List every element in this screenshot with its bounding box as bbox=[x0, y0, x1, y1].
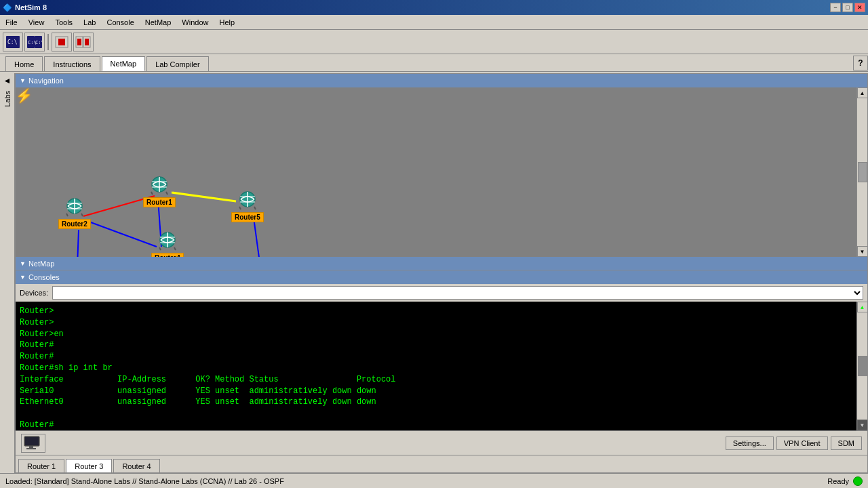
settings-button[interactable]: Settings... bbox=[726, 436, 774, 450]
svg-line-32 bbox=[66, 214, 68, 216]
terminal-scrollbar[interactable]: ▲ ▼ bbox=[856, 302, 867, 430]
vpn-client-button[interactable]: VPN Client bbox=[776, 436, 828, 450]
svg-line-39 bbox=[174, 247, 176, 250]
bottom-tab-router4[interactable]: Router 4 bbox=[113, 459, 159, 472]
tab-home[interactable]: Home bbox=[5, 56, 43, 71]
tab-lab-compiler[interactable]: Lab Compiler bbox=[146, 56, 208, 71]
terminal-scroll-thumb[interactable] bbox=[858, 356, 867, 376]
tab-netmap[interactable]: NetMap bbox=[102, 56, 146, 71]
term-line-3: Router# bbox=[20, 340, 863, 351]
router5-node[interactable]: Router5 bbox=[231, 190, 264, 222]
svg-line-15 bbox=[172, 192, 236, 201]
titlebar: 🔷 NetSim 8 − □ ✕ bbox=[0, 0, 868, 15]
router1-label: Router1 bbox=[143, 197, 176, 207]
menu-help[interactable]: Help bbox=[214, 17, 240, 28]
main-content: ▼ Navigation bbox=[15, 73, 868, 473]
term-line-7: Serial0 unassigned YES unset administrat… bbox=[20, 386, 863, 397]
menu-window[interactable]: Window bbox=[176, 17, 214, 28]
router4-icon bbox=[154, 231, 181, 251]
term-line-1: Router> bbox=[20, 317, 863, 329]
left-panel: ◄ Labs bbox=[0, 73, 15, 473]
status-message: Loaded: [Standard] Stand-Alone Labs // S… bbox=[5, 477, 284, 485]
navigation-title: Navigation bbox=[28, 77, 64, 85]
menu-lab[interactable]: Lab bbox=[78, 17, 101, 28]
titlebar-left: 🔷 NetSim 8 bbox=[3, 3, 47, 12]
nav-scrollbar[interactable]: ▲ ▼ bbox=[856, 87, 867, 257]
main-tabs: Home Instructions NetMap Lab Compiler bbox=[0, 54, 868, 72]
router4-node[interactable]: Router4 bbox=[151, 231, 184, 257]
term-line-6: Interface IP-Address OK? Method Status P… bbox=[20, 374, 863, 386]
consoles-collapse-icon[interactable]: ▼ bbox=[20, 274, 26, 281]
svg-line-26 bbox=[151, 192, 153, 195]
cmd-prompt-button[interactable]: C:\ _ bbox=[3, 33, 23, 52]
svg-text:C:\: C:\ bbox=[35, 40, 42, 45]
navigation-header: ▼ Navigation bbox=[16, 74, 867, 87]
terminal-scroll-down[interactable]: ▼ bbox=[857, 420, 868, 430]
toolbar-separator bbox=[47, 34, 49, 50]
router2-node[interactable]: Router2 bbox=[58, 197, 91, 229]
svg-rect-12 bbox=[85, 39, 89, 45]
sdm-button[interactable]: SDM bbox=[831, 436, 862, 450]
close-button[interactable]: ✕ bbox=[854, 3, 865, 12]
router1-icon bbox=[146, 176, 173, 196]
minimize-button[interactable]: − bbox=[830, 3, 841, 12]
console-bottom-bar: Settings... VPN Client SDM bbox=[16, 430, 867, 455]
router2-label: Router2 bbox=[58, 219, 91, 229]
term-line-10: Router# bbox=[20, 420, 863, 430]
scroll-down[interactable]: ▼ bbox=[857, 246, 868, 257]
router5-label: Router5 bbox=[231, 212, 264, 222]
term-line-9 bbox=[20, 408, 863, 420]
titlebar-controls[interactable]: − □ ✕ bbox=[830, 3, 865, 12]
router1-node[interactable]: Router1 bbox=[143, 176, 176, 207]
term-line-0: Router> bbox=[20, 306, 863, 317]
term-line-4: Router# bbox=[20, 351, 863, 363]
network-canvas[interactable]: ⚡ Router1 bbox=[16, 87, 867, 257]
collapse-arrow[interactable]: ◄ bbox=[3, 76, 12, 85]
connections-layer bbox=[16, 87, 867, 257]
svg-line-33 bbox=[81, 214, 83, 216]
netmap-header: ▼ NetMap bbox=[16, 257, 867, 270]
labs-label[interactable]: Labs bbox=[3, 91, 12, 107]
svg-line-44 bbox=[239, 207, 241, 209]
help-button[interactable]: ? bbox=[853, 56, 868, 70]
term-line-8: Ethernet0 unassigned YES unset administr… bbox=[20, 396, 863, 408]
term-line-5: Router#sh ip int br bbox=[20, 363, 863, 374]
console-icon-button[interactable] bbox=[21, 434, 45, 453]
tab-instructions[interactable]: Instructions bbox=[44, 56, 100, 71]
maximize-button[interactable]: □ bbox=[842, 3, 853, 12]
app-title: NetSim 8 bbox=[15, 3, 47, 12]
bottom-tab-router1[interactable]: Router 1 bbox=[18, 459, 64, 472]
status-indicator bbox=[853, 476, 863, 486]
terminal[interactable]: Router> Router> Router>en Router# Router… bbox=[16, 302, 867, 430]
menu-view[interactable]: View bbox=[23, 17, 50, 28]
svg-line-27 bbox=[166, 192, 167, 195]
menu-console[interactable]: Console bbox=[101, 17, 139, 28]
terminal-scroll-up[interactable]: ▲ bbox=[857, 302, 868, 312]
menu-netmap[interactable]: NetMap bbox=[140, 17, 177, 28]
toolbar: C:\ _ C:\ C:\ bbox=[0, 30, 868, 54]
stop-all-button[interactable] bbox=[73, 33, 94, 52]
scroll-thumb[interactable] bbox=[858, 162, 867, 182]
cmd-multi-button[interactable]: C:\ C:\ bbox=[24, 33, 45, 52]
netmap-collapse-icon[interactable]: ▼ bbox=[20, 260, 26, 267]
bottom-tab-router3[interactable]: Router 3 bbox=[66, 459, 112, 472]
router2-icon bbox=[61, 197, 88, 218]
menu-tools[interactable]: Tools bbox=[50, 17, 78, 28]
svg-line-45 bbox=[254, 207, 256, 209]
router5-icon bbox=[234, 190, 261, 211]
nav-collapse-icon[interactable]: ▼ bbox=[20, 77, 26, 84]
consoles-title: Consoles bbox=[28, 273, 60, 281]
devices-select[interactable] bbox=[52, 286, 863, 300]
menu-file[interactable]: File bbox=[0, 17, 23, 28]
statusbar: Loaded: [Standard] Stand-Alone Labs // S… bbox=[0, 473, 868, 488]
status-text: Ready bbox=[827, 477, 849, 485]
scroll-up[interactable]: ▲ bbox=[857, 87, 868, 98]
svg-line-17 bbox=[77, 230, 79, 257]
svg-line-38 bbox=[159, 247, 161, 250]
stop-button[interactable] bbox=[52, 33, 72, 52]
svg-rect-8 bbox=[58, 39, 65, 45]
netmap-section: ▼ NetMap bbox=[15, 256, 868, 270]
svg-rect-74 bbox=[29, 446, 33, 448]
console-right-buttons: Settings... VPN Client SDM bbox=[726, 436, 862, 450]
consoles-header: ▼ Consoles bbox=[16, 270, 867, 284]
